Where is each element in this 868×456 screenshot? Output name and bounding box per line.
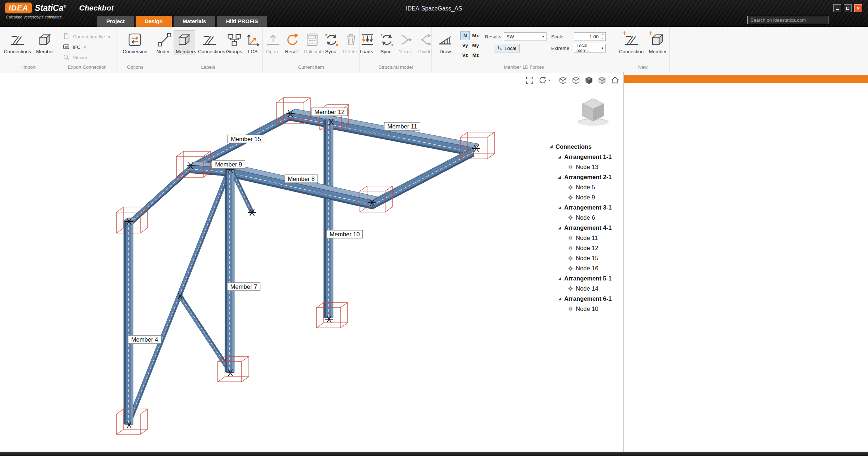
tree-expander-icon[interactable] [558, 226, 562, 230]
tab-materials[interactable]: Materials [174, 16, 215, 27]
force-toggle-n[interactable]: N [460, 31, 470, 40]
sync-model-button[interactable]: Sync [376, 30, 395, 55]
home-view-button[interactable] [610, 76, 620, 85]
tree-expander-icon[interactable] [558, 155, 562, 159]
connection-node-icon [568, 195, 573, 200]
tree-expander-icon[interactable] [558, 276, 562, 280]
member-member-4[interactable] [124, 218, 137, 424]
reset-icon [284, 31, 301, 48]
app-name: Checkbot [79, 4, 114, 12]
draw-forces-button[interactable]: Draw [435, 30, 456, 60]
shaded-view-button[interactable] [584, 76, 593, 85]
connections-import-button[interactable]: Connections [2, 30, 33, 55]
member-import-button[interactable]: Member [34, 30, 56, 55]
tree-item-node-10[interactable]: Node 10 [548, 304, 623, 314]
registered-mark: ® [63, 4, 66, 8]
ifc-export-button[interactable]: ifcIFC∨ [58, 42, 116, 52]
tree-item-node-11[interactable]: Node 11 [548, 233, 623, 243]
new-connection-button[interactable]: +Connection [617, 30, 646, 55]
tab-hilti-profis[interactable]: Hilti PROFIS [217, 16, 267, 27]
hidden-line-view-button[interactable] [571, 76, 580, 85]
tree-expander-icon[interactable] [558, 206, 562, 210]
labels-connections-button[interactable]: Connections [196, 30, 223, 55]
tree-item-node-5[interactable]: Node 5 [548, 182, 623, 192]
member-label-member-15[interactable]: Member 15 [227, 135, 264, 143]
navigation-cube[interactable] [574, 93, 615, 130]
connection-node-icon [568, 235, 573, 241]
tree-item-arrangement-4-1[interactable]: Arrangement 4-1 [548, 223, 623, 233]
tree-item-arrangement-5-1[interactable]: Arrangement 5-1 [548, 273, 623, 283]
chevron-down-icon: ▾ [601, 46, 603, 50]
ifc-icon: ifc [63, 43, 70, 51]
labels-members-button[interactable]: Members [174, 30, 195, 55]
member-beam[interactable] [373, 144, 479, 209]
wireframe-view-button[interactable] [558, 76, 567, 85]
member-member-10[interactable] [324, 117, 337, 318]
model-canvas[interactable] [0, 72, 623, 452]
tree-expander-icon[interactable] [558, 175, 562, 179]
tree-item-node-9[interactable]: Node 9 [548, 192, 623, 202]
labels-lcs-button[interactable]: LCS [243, 30, 262, 55]
tree-item-node-6[interactable]: Node 6 [548, 212, 623, 223]
title-bar: IDEA StatiCa® Checkbot Calculate yesterd… [0, 0, 868, 27]
transparent-view-button[interactable] [597, 76, 607, 85]
reset-item-button[interactable]: Reset [282, 30, 301, 55]
tree-item-node-16[interactable]: Node 16 [548, 263, 623, 273]
viewport-3d[interactable]: Member 12Member 11Member 15Member 9Membe… [0, 72, 623, 452]
fit-view-button[interactable] [525, 76, 534, 85]
spinner-up-icon[interactable]: ▲ [600, 33, 605, 37]
orbit-view-button[interactable]: ▾ [538, 76, 550, 85]
tree-item-arrangement-3-1[interactable]: Arrangement 3-1 [548, 202, 623, 212]
results-dropdown[interactable]: SW▾ [504, 32, 546, 41]
tree-item-node-13[interactable]: Node 13 [548, 162, 623, 172]
force-toggle-my[interactable]: My [471, 41, 480, 50]
tree-item-arrangement-1-1[interactable]: Arrangement 1-1 [548, 152, 623, 162]
force-toggle-vz[interactable]: Vz [460, 51, 470, 60]
conversion-button[interactable]: Conversion [120, 30, 149, 55]
new-member-button[interactable]: +Member [647, 30, 669, 55]
member-label-member-10[interactable]: Member 10 [326, 230, 363, 238]
ribbon-group-import: ConnectionsMemberImport [0, 27, 58, 72]
chevron-down-icon[interactable]: ▾ [548, 78, 550, 82]
force-toggle-vy[interactable]: Vy [460, 41, 470, 50]
brace-member[interactable] [178, 295, 231, 371]
member-label-member-11[interactable]: Member 11 [384, 122, 420, 131]
member-label-member-7[interactable]: Member 7 [227, 283, 260, 291]
force-toggle-mx[interactable]: Mx [471, 31, 480, 40]
tree-item-arrangement-2-1[interactable]: Arrangement 2-1 [548, 172, 623, 182]
tree-item-node-15[interactable]: Node 15 [548, 253, 623, 263]
connection-node-icon [568, 266, 573, 271]
cube-transparent-icon [597, 76, 607, 85]
ribbon-group-body: LoadsSyncMergeDivide [360, 27, 431, 55]
member-label-member-9[interactable]: Member 9 [212, 160, 245, 169]
button-label: Groups [226, 49, 242, 54]
tree-item-arrangement-6-1[interactable]: Arrangement 6-1 [548, 294, 623, 304]
tree-item-node-12[interactable]: Node 12 [548, 243, 623, 253]
maximize-button[interactable] [844, 4, 852, 12]
tree-item-node-14[interactable]: Node 14 [548, 283, 623, 294]
force-toggle-mz[interactable]: Mz [471, 51, 480, 60]
tab-project[interactable]: Project [97, 16, 134, 27]
member-member-8[interactable] [230, 165, 378, 209]
scale-spinner[interactable]: ▲▼ [600, 33, 605, 41]
minimize-button[interactable] [833, 4, 841, 12]
extreme-dropdown[interactable]: Local extre...▾ [574, 44, 606, 52]
labels-nodes-button[interactable]: Nodes [154, 30, 173, 55]
search-input[interactable] [747, 16, 829, 24]
scale-input[interactable]: 1.00▲▼ [574, 32, 606, 41]
tree-item-connections-root[interactable]: Connections [548, 142, 623, 152]
member-member-7[interactable] [225, 165, 238, 372]
member-label-member-8[interactable]: Member 8 [285, 175, 318, 183]
member-beam[interactable] [128, 161, 195, 228]
spinner-down-icon[interactable]: ▼ [600, 37, 605, 41]
tab-design[interactable]: Design [136, 16, 172, 27]
connection-file-button: Connection file∨ [58, 31, 116, 42]
tree-expander-icon[interactable] [558, 297, 562, 301]
labels-groups-button[interactable]: Groups [224, 30, 243, 55]
member-label-member-12[interactable]: Member 12 [311, 108, 348, 116]
close-button[interactable] [854, 4, 862, 12]
loads-button[interactable]: Loads [357, 30, 376, 55]
local-toggle-button[interactable]: Local [494, 44, 520, 52]
member-label-member-4[interactable]: Member 4 [128, 335, 161, 344]
tree-expander-icon[interactable] [549, 145, 553, 149]
